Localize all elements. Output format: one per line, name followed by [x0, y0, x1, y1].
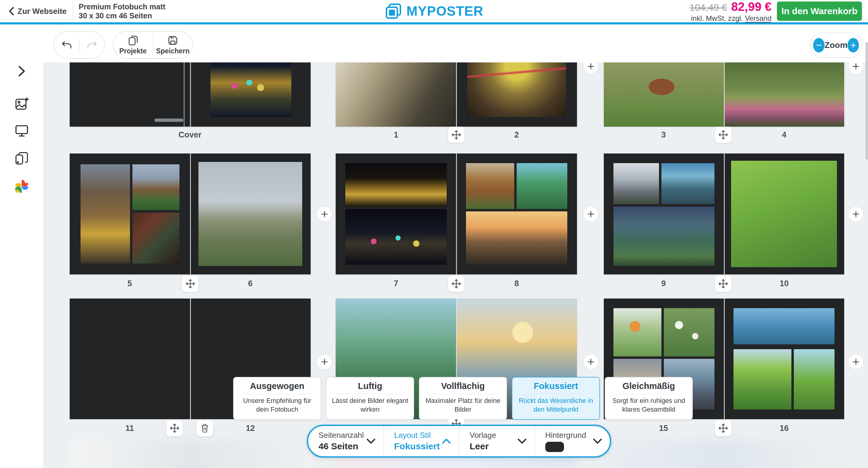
price-block: 104,49 € 82,99 € inkl. MwSt. zzgl. Versa…	[689, 0, 772, 22]
product-title: Premium Fotobuch matt 30 x 30 cm 46 Seit…	[79, 2, 165, 21]
page-count-dropdown[interactable]: Seitenanzahl 46 Seiten	[308, 426, 383, 456]
chevron-right-icon	[18, 65, 26, 77]
save-button[interactable]: Speichern	[153, 32, 192, 58]
photo-p8-temple-gate	[466, 163, 514, 209]
photo-p16-green-hills	[794, 349, 835, 409]
spread-5-6[interactable]	[70, 154, 311, 274]
layout-option-gleichmaessig[interactable]: Gleichmäßig Sorgt für ein ruhiges und kl…	[605, 377, 693, 420]
add-spread-button[interactable]	[583, 354, 599, 370]
page-label-11: 11	[99, 424, 160, 433]
old-price: 104,49 €	[689, 2, 727, 13]
shipping-link[interactable]: Versand	[745, 14, 772, 22]
add-spread-button[interactable]	[317, 206, 332, 222]
photo-cover-night-river	[211, 62, 291, 117]
add-spread-button[interactable]	[583, 206, 599, 222]
cover-back-page	[70, 62, 190, 127]
layout-option-title: Gleichmäßig	[622, 381, 675, 391]
background-dropdown[interactable]: Hintergrund	[534, 426, 610, 456]
cover-front-page	[190, 62, 311, 127]
photo-p16-cows-meadow	[734, 349, 791, 409]
add-spread-button[interactable]	[848, 354, 864, 370]
photo-p7-night-boats	[345, 209, 447, 264]
page-label-3: 3	[633, 130, 694, 139]
layout-option-vollflaechig[interactable]: Vollflächig Maximaler Platz für deine Bi…	[419, 377, 507, 420]
sidebar-item-google-photos[interactable]	[15, 180, 29, 193]
background-color-swatch	[545, 442, 564, 452]
spread-3-4[interactable]	[604, 62, 844, 127]
myposter-logo-icon	[385, 2, 402, 20]
next-spread-blurred	[70, 440, 311, 468]
myposter-logo[interactable]: MYPOSTER	[385, 0, 484, 22]
zoom-in-button[interactable]	[847, 38, 859, 53]
layout-style-dropdown[interactable]: Layout Stil Fokussiert	[383, 426, 459, 456]
undo-button[interactable]	[54, 32, 79, 58]
chevron-up-icon	[442, 438, 451, 444]
projects-button[interactable]: Projekte	[114, 32, 153, 58]
photo-p2-portrait	[467, 62, 566, 117]
move-spread-handle[interactable]	[715, 420, 732, 436]
product-title-line1: Premium Fotobuch matt	[79, 2, 165, 11]
photo-p16-lake-panorama	[734, 308, 835, 344]
move-spread-handle[interactable]	[166, 420, 183, 436]
save-icon	[167, 35, 178, 46]
projects-label: Projekte	[119, 47, 147, 55]
sidebar-item-devices[interactable]	[15, 151, 29, 165]
page-label-12: 12	[220, 424, 280, 433]
layout-option-description: Lässt deine Bilder elegant wirken	[332, 397, 408, 414]
tax-note: inkl. MwSt. zzgl.	[691, 14, 743, 22]
project-save-group: Projekte Speichern	[113, 31, 193, 59]
chevron-down-icon	[593, 438, 602, 444]
back-to-website-link[interactable]: Zur Webseite	[8, 7, 67, 16]
photo-p9-blue-lake	[661, 163, 714, 204]
sidebar-expand-button[interactable]	[18, 65, 26, 77]
move-spread-handle[interactable]	[182, 276, 198, 292]
layout-option-description: Rückt das Wesentliche in den Mittelpunkt	[518, 397, 594, 414]
header-divider	[73, 3, 73, 19]
template-dropdown[interactable]: Vorlage Leer	[459, 426, 534, 456]
book-settings-bar: Seitenanzahl 46 Seiten Layout Stil Fokus…	[307, 425, 611, 458]
spread-9-10[interactable]	[604, 154, 844, 274]
spread-1-2[interactable]	[336, 62, 577, 127]
move-spread-handle[interactable]	[448, 276, 464, 292]
page-label-cover: Cover	[160, 130, 220, 139]
layout-option-title: Fokussiert	[534, 381, 578, 391]
photo-p8-river-sunset	[466, 211, 567, 264]
move-spread-handle[interactable]	[715, 276, 732, 292]
photo-p7-lantern-street	[345, 163, 447, 207]
page-label-5: 5	[99, 279, 160, 288]
sidebar-item-desktop[interactable]	[15, 124, 29, 137]
spread-7-8[interactable]	[336, 154, 577, 274]
spread-cover[interactable]	[70, 62, 311, 127]
photo-p8-palms	[517, 163, 567, 209]
add-to-cart-button[interactable]: In den Warenkorb	[777, 1, 862, 21]
layout-option-fokussiert-selected[interactable]: Fokussiert Rückt das Wesentliche in den …	[512, 377, 600, 420]
undo-redo-group	[54, 31, 105, 59]
layout-option-luftig[interactable]: Luftig Lässt deine Bilder elegant wirken	[326, 377, 414, 420]
add-spread-button[interactable]	[848, 206, 864, 222]
page-label-10: 10	[754, 279, 814, 288]
add-spread-button[interactable]	[317, 354, 332, 370]
page-label-15: 15	[633, 424, 694, 433]
vertical-scrollbar[interactable]	[866, 42, 868, 160]
photo-p9-misty-forest	[614, 207, 714, 266]
page-label-1: 1	[366, 130, 426, 139]
photo-p5-temple-interior	[132, 213, 180, 263]
redo-button[interactable]	[80, 32, 104, 58]
background-label: Hintergrund	[545, 430, 586, 440]
zoom-out-button[interactable]	[813, 38, 825, 53]
layout-option-description: Maximaler Platz für deine Bilder	[425, 397, 501, 414]
template-label: Vorlage	[470, 430, 496, 440]
delete-spread-button[interactable]	[197, 420, 213, 436]
devices-icon	[15, 151, 29, 165]
page-label-7: 7	[366, 279, 426, 288]
monitor-icon	[15, 124, 29, 137]
template-value: Leer	[470, 440, 496, 452]
page-count-label: Seitenanzahl	[318, 430, 364, 440]
cover-spine-placeholder	[154, 119, 183, 122]
layout-option-ausgewogen[interactable]: Ausgewogen Unsere Empfehlung für dein Fo…	[233, 377, 321, 420]
sidebar-item-add-photos[interactable]	[14, 96, 29, 111]
product-title-line2: 30 x 30 cm 46 Seiten	[79, 11, 165, 21]
chevron-left-icon	[8, 7, 14, 16]
move-spread-handle[interactable]	[715, 127, 732, 143]
move-spread-handle[interactable]	[448, 127, 464, 143]
